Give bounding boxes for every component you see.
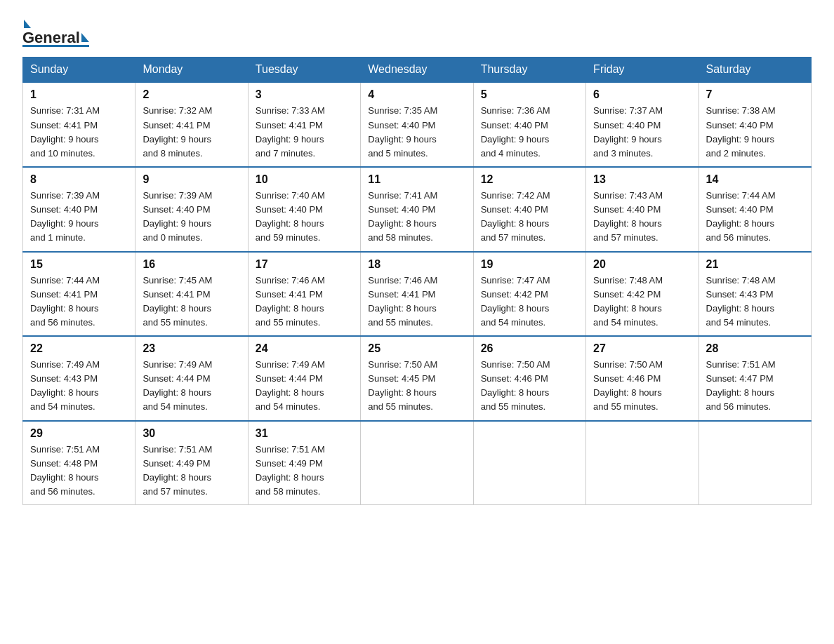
- week-row-4: 22Sunrise: 7:49 AMSunset: 4:43 PMDayligh…: [23, 336, 812, 421]
- calendar-cell: 26Sunrise: 7:50 AMSunset: 4:46 PMDayligh…: [473, 336, 585, 421]
- calendar-cell: 23Sunrise: 7:49 AMSunset: 4:44 PMDayligh…: [135, 336, 248, 421]
- day-info: Sunrise: 7:46 AMSunset: 4:41 PMDaylight:…: [256, 274, 353, 330]
- day-info: Sunrise: 7:36 AMSunset: 4:40 PMDaylight:…: [481, 104, 578, 161]
- page-header: General: [22, 17, 812, 47]
- calendar-cell: 30Sunrise: 7:51 AMSunset: 4:49 PMDayligh…: [135, 421, 248, 505]
- day-number: 25: [368, 342, 465, 355]
- calendar-cell: 10Sunrise: 7:40 AMSunset: 4:40 PMDayligh…: [248, 167, 360, 252]
- calendar-cell: 29Sunrise: 7:51 AMSunset: 4:48 PMDayligh…: [23, 421, 135, 505]
- day-number: 10: [256, 173, 353, 186]
- logo-triangle-icon: [24, 20, 31, 28]
- calendar-cell: 15Sunrise: 7:44 AMSunset: 4:41 PMDayligh…: [23, 252, 135, 337]
- logo-chevron-icon: [81, 33, 89, 42]
- calendar-cell: 3Sunrise: 7:33 AMSunset: 4:41 PMDaylight…: [248, 82, 360, 167]
- calendar-cell: [586, 421, 699, 505]
- calendar-cell: 16Sunrise: 7:45 AMSunset: 4:41 PMDayligh…: [135, 252, 248, 337]
- day-number: 15: [30, 258, 128, 271]
- day-number: 27: [593, 342, 691, 355]
- day-info: Sunrise: 7:49 AMSunset: 4:44 PMDaylight:…: [143, 358, 240, 415]
- calendar-cell: 11Sunrise: 7:41 AMSunset: 4:40 PMDayligh…: [361, 167, 473, 252]
- col-header-friday: Friday: [586, 58, 699, 83]
- day-number: 4: [368, 88, 465, 101]
- day-info: Sunrise: 7:32 AMSunset: 4:41 PMDaylight:…: [143, 104, 240, 161]
- calendar-cell: 1Sunrise: 7:31 AMSunset: 4:41 PMDaylight…: [23, 82, 135, 167]
- day-number: 9: [143, 173, 240, 186]
- day-number: 22: [30, 342, 128, 355]
- calendar-header-row: SundayMondayTuesdayWednesdayThursdayFrid…: [23, 58, 812, 83]
- day-number: 23: [143, 342, 240, 355]
- calendar-cell: 18Sunrise: 7:46 AMSunset: 4:41 PMDayligh…: [361, 252, 473, 337]
- day-info: Sunrise: 7:31 AMSunset: 4:41 PMDaylight:…: [30, 104, 128, 161]
- day-info: Sunrise: 7:51 AMSunset: 4:48 PMDaylight:…: [30, 443, 128, 499]
- week-row-1: 1Sunrise: 7:31 AMSunset: 4:41 PMDaylight…: [23, 82, 812, 167]
- day-number: 26: [481, 342, 578, 355]
- day-number: 13: [593, 173, 691, 186]
- calendar-cell: 25Sunrise: 7:50 AMSunset: 4:45 PMDayligh…: [361, 336, 473, 421]
- day-number: 2: [143, 88, 240, 101]
- calendar-cell: 13Sunrise: 7:43 AMSunset: 4:40 PMDayligh…: [586, 167, 699, 252]
- day-number: 14: [706, 173, 804, 186]
- day-number: 21: [706, 258, 804, 271]
- day-info: Sunrise: 7:45 AMSunset: 4:41 PMDaylight:…: [143, 274, 240, 330]
- day-info: Sunrise: 7:40 AMSunset: 4:40 PMDaylight:…: [256, 189, 353, 246]
- day-info: Sunrise: 7:50 AMSunset: 4:46 PMDaylight:…: [481, 358, 578, 415]
- day-info: Sunrise: 7:38 AMSunset: 4:40 PMDaylight:…: [706, 104, 804, 161]
- calendar-cell: 6Sunrise: 7:37 AMSunset: 4:40 PMDaylight…: [586, 82, 699, 167]
- day-number: 1: [30, 88, 128, 101]
- col-header-saturday: Saturday: [699, 58, 811, 83]
- day-info: Sunrise: 7:39 AMSunset: 4:40 PMDaylight:…: [143, 189, 240, 246]
- logo-general2: General: [22, 29, 80, 46]
- week-row-2: 8Sunrise: 7:39 AMSunset: 4:40 PMDaylight…: [23, 167, 812, 252]
- calendar-cell: 20Sunrise: 7:48 AMSunset: 4:42 PMDayligh…: [586, 252, 699, 337]
- col-header-monday: Monday: [135, 58, 248, 83]
- day-number: 5: [481, 88, 578, 101]
- day-number: 18: [368, 258, 465, 271]
- day-info: Sunrise: 7:41 AMSunset: 4:40 PMDaylight:…: [368, 189, 465, 246]
- day-info: Sunrise: 7:43 AMSunset: 4:40 PMDaylight:…: [593, 189, 691, 246]
- calendar-cell: 19Sunrise: 7:47 AMSunset: 4:42 PMDayligh…: [473, 252, 585, 337]
- day-info: Sunrise: 7:49 AMSunset: 4:43 PMDaylight:…: [30, 358, 128, 415]
- day-info: Sunrise: 7:48 AMSunset: 4:43 PMDaylight:…: [706, 274, 804, 330]
- day-info: Sunrise: 7:50 AMSunset: 4:45 PMDaylight:…: [368, 358, 465, 415]
- calendar-cell: 2Sunrise: 7:32 AMSunset: 4:41 PMDaylight…: [135, 82, 248, 167]
- calendar-cell: 12Sunrise: 7:42 AMSunset: 4:40 PMDayligh…: [473, 167, 585, 252]
- calendar-cell: 17Sunrise: 7:46 AMSunset: 4:41 PMDayligh…: [248, 252, 360, 337]
- col-header-sunday: Sunday: [23, 58, 135, 83]
- day-info: Sunrise: 7:49 AMSunset: 4:44 PMDaylight:…: [256, 358, 353, 415]
- logo-area: General: [22, 17, 89, 47]
- calendar-cell: 27Sunrise: 7:50 AMSunset: 4:46 PMDayligh…: [586, 336, 699, 421]
- calendar-cell: 22Sunrise: 7:49 AMSunset: 4:43 PMDayligh…: [23, 336, 135, 421]
- day-info: Sunrise: 7:47 AMSunset: 4:42 PMDaylight:…: [481, 274, 578, 330]
- week-row-3: 15Sunrise: 7:44 AMSunset: 4:41 PMDayligh…: [23, 252, 812, 337]
- calendar-cell: 4Sunrise: 7:35 AMSunset: 4:40 PMDaylight…: [361, 82, 473, 167]
- day-number: 16: [143, 258, 240, 271]
- day-number: 29: [30, 427, 128, 440]
- day-number: 31: [256, 427, 353, 440]
- day-info: Sunrise: 7:46 AMSunset: 4:41 PMDaylight:…: [368, 274, 465, 330]
- day-info: Sunrise: 7:42 AMSunset: 4:40 PMDaylight:…: [481, 189, 578, 246]
- calendar-cell: 21Sunrise: 7:48 AMSunset: 4:43 PMDayligh…: [699, 252, 811, 337]
- calendar-table: SundayMondayTuesdayWednesdayThursdayFrid…: [22, 57, 812, 505]
- day-number: 19: [481, 258, 578, 271]
- col-header-thursday: Thursday: [473, 58, 585, 83]
- calendar-cell: 9Sunrise: 7:39 AMSunset: 4:40 PMDaylight…: [135, 167, 248, 252]
- day-info: Sunrise: 7:37 AMSunset: 4:40 PMDaylight:…: [593, 104, 691, 161]
- calendar-cell: 7Sunrise: 7:38 AMSunset: 4:40 PMDaylight…: [699, 82, 811, 167]
- day-number: 11: [368, 173, 465, 186]
- calendar-cell: [699, 421, 811, 505]
- day-number: 17: [256, 258, 353, 271]
- day-number: 24: [256, 342, 353, 355]
- calendar-cell: [361, 421, 473, 505]
- day-number: 8: [30, 173, 128, 186]
- day-info: Sunrise: 7:51 AMSunset: 4:49 PMDaylight:…: [143, 443, 240, 499]
- col-header-tuesday: Tuesday: [248, 58, 360, 83]
- calendar-cell: 24Sunrise: 7:49 AMSunset: 4:44 PMDayligh…: [248, 336, 360, 421]
- day-info: Sunrise: 7:33 AMSunset: 4:41 PMDaylight:…: [256, 104, 353, 161]
- calendar-cell: 5Sunrise: 7:36 AMSunset: 4:40 PMDaylight…: [473, 82, 585, 167]
- calendar-cell: 31Sunrise: 7:51 AMSunset: 4:49 PMDayligh…: [248, 421, 360, 505]
- day-info: Sunrise: 7:51 AMSunset: 4:47 PMDaylight:…: [706, 358, 804, 415]
- day-info: Sunrise: 7:44 AMSunset: 4:40 PMDaylight:…: [706, 189, 804, 246]
- day-number: 3: [256, 88, 353, 101]
- day-info: Sunrise: 7:51 AMSunset: 4:49 PMDaylight:…: [256, 443, 353, 499]
- calendar-cell: [473, 421, 585, 505]
